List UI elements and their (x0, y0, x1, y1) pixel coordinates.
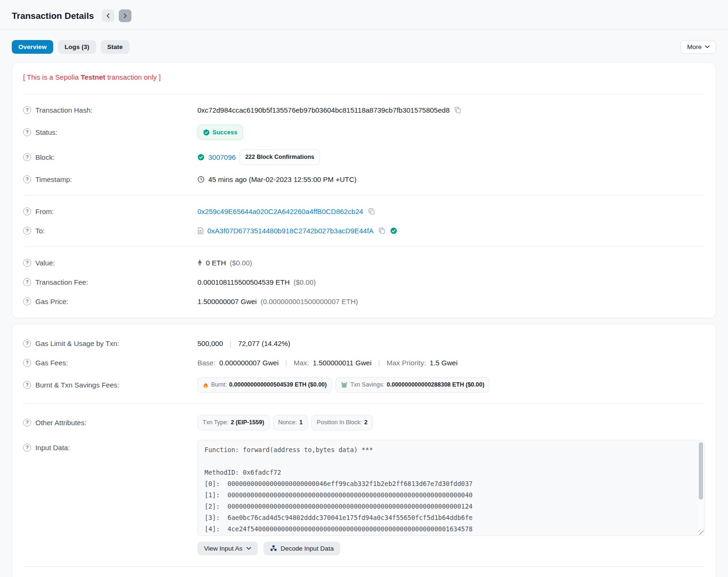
verified-check-icon (390, 227, 397, 234)
help-icon[interactable]: ? (23, 419, 31, 427)
row-transaction-fee: ? Transaction Fee: 0.000108115500504539 … (23, 272, 705, 292)
fire-icon (203, 382, 209, 388)
page-header: Transaction Details (0, 0, 728, 30)
help-icon[interactable]: ? (23, 381, 31, 389)
txn-savings-value: 0.000000000000288308 ETH ($0.00) (387, 380, 484, 390)
help-icon[interactable]: ? (23, 444, 31, 452)
decode-input-data-button[interactable]: Decode Input Data (263, 542, 341, 555)
txn-savings-label: Txn Savings: (350, 380, 384, 390)
help-icon[interactable]: ? (23, 259, 31, 267)
help-icon[interactable]: ? (23, 153, 31, 161)
decode-blocks-icon (270, 545, 277, 552)
block-number-link[interactable]: 3007096 (208, 152, 236, 162)
block-label: Block: (35, 152, 55, 162)
check-circle-icon (197, 154, 204, 161)
row-from: ? From: 0x259c49E65644a020C2A642260a4ffB… (23, 202, 705, 221)
status-label: Status: (35, 127, 57, 137)
row-gas-fees: ? Gas Fees: Base: 0.000000007 Gwei | Max… (23, 353, 705, 372)
tab-logs[interactable]: Logs (3) (58, 40, 96, 54)
max-priority-fee-label: Max Priority: (386, 358, 425, 368)
overview-card: [ This is a Sepolia Testnet transaction … (12, 62, 716, 318)
txn-type-value: 2 (EIP-1559) (231, 418, 264, 428)
transaction-fee-label: Transaction Fee: (35, 277, 88, 287)
divider (23, 195, 705, 196)
view-input-as-label: View Input As (204, 545, 243, 552)
gas-used-value: 72,077 (14.42%) (238, 338, 290, 348)
gas-price-amount: 1.500000007 Gwei (197, 297, 257, 306)
row-to: ? To: 0xA3f07D6773514480b918C2742b027b3a… (23, 221, 705, 240)
timestamp-label: Timestamp: (35, 174, 72, 184)
input-data-actions: View Input As Decode Input Data (197, 542, 705, 555)
status-badge: Success (197, 124, 243, 140)
scrollbar-track[interactable] (698, 441, 703, 530)
help-icon[interactable]: ? (23, 339, 31, 347)
position-value: 2 (364, 418, 368, 428)
position-in-block-badge: Position In Block: 2 (311, 415, 373, 430)
contract-file-icon (197, 227, 204, 234)
burnt-value: 0.000000000000504539 ETH ($0.00) (229, 380, 327, 390)
copy-from-address-button[interactable] (367, 208, 376, 215)
tab-list: Overview Logs (3) State (12, 40, 130, 54)
scrollbar-thumb[interactable] (699, 442, 703, 500)
help-icon[interactable]: ? (23, 175, 31, 183)
separator: | (376, 358, 383, 368)
row-transaction-hash: ? Transaction Hash: 0xc72d984ccac6190b5f… (23, 100, 705, 120)
view-input-as-button[interactable]: View Input As (197, 542, 258, 555)
max-fee-value: 1.500000011 Gwei (313, 358, 372, 368)
help-icon[interactable]: ? (23, 278, 31, 286)
row-gas-price: ? Gas Price: 1.500000007 Gwei (0.0000000… (23, 292, 705, 311)
row-gas-limit: ? Gas Limit & Usage by Txn: 500,000 | 72… (23, 334, 705, 353)
copy-icon (378, 227, 385, 234)
to-label: To: (35, 226, 45, 236)
input-data-textarea[interactable]: Function: forward(address to,bytes data)… (197, 440, 705, 536)
copy-hash-button[interactable] (453, 107, 462, 114)
status-value: Success (213, 127, 237, 137)
details-card: ? Gas Limit & Usage by Txn: 500,000 | 72… (12, 324, 716, 577)
next-transaction-button[interactable] (119, 9, 131, 22)
divider (23, 566, 705, 567)
gas-fees-label: Gas Fees: (35, 358, 68, 368)
from-label: From: (35, 206, 54, 216)
separator: | (227, 338, 234, 348)
help-icon[interactable]: ? (23, 297, 31, 305)
separator: | (282, 358, 290, 368)
help-icon[interactable]: ? (23, 128, 31, 136)
row-input-data: ? Input Data: Function: forward(address … (23, 435, 705, 560)
help-icon[interactable]: ? (23, 207, 31, 215)
burnt-savings-label: Burnt & Txn Savings Fees: (35, 380, 119, 390)
chevron-left-icon (106, 13, 111, 18)
help-icon[interactable]: ? (23, 359, 31, 367)
previous-transaction-button[interactable] (102, 9, 115, 22)
help-icon[interactable]: ? (23, 106, 31, 114)
row-status: ? Status: Success (23, 120, 705, 145)
txn-type-badge: Txn Type: 2 (EIP-1559) (197, 415, 270, 430)
tab-state[interactable]: State (101, 40, 130, 54)
to-address-link[interactable]: 0xA3f07D6773514480b918C2742b027b3acD9E44… (207, 226, 374, 236)
more-dropdown-button[interactable]: More (680, 40, 716, 54)
divider (23, 94, 705, 94)
burnt-fee-badge: Burnt: 0.000000000000504539 ETH ($0.00) (197, 377, 332, 393)
transaction-fee-amount: 0.000108115500504539 ETH (197, 277, 290, 287)
from-address-link[interactable]: 0x259c49E65644a020C2A642260a4ffB0CD862cb… (197, 206, 363, 216)
timestamp-value: 45 mins ago (Mar-02-2023 12:55:00 PM +UT… (208, 174, 357, 184)
clock-icon (197, 176, 204, 183)
nonce-label: Nonce: (278, 418, 297, 428)
burnt-label: Burnt: (211, 380, 227, 390)
tab-overview[interactable]: Overview (12, 40, 53, 54)
help-icon[interactable]: ? (23, 227, 31, 235)
position-label: Position In Block: (317, 418, 362, 428)
copy-icon (368, 208, 375, 215)
divider (23, 247, 705, 247)
max-fee-label: Max: (294, 358, 309, 368)
copy-icon (454, 107, 461, 114)
gas-price-eth: (0.000000001500000007 ETH) (261, 297, 358, 306)
copy-to-address-button[interactable] (377, 227, 386, 234)
gas-limit-label: Gas Limit & Usage by Txn: (35, 338, 119, 348)
chevron-right-icon (123, 13, 128, 18)
resize-grip[interactable] (698, 529, 703, 535)
transaction-hash-value: 0xc72d984ccac6190b5f135576eb97b03604bc81… (197, 105, 450, 115)
transaction-fee-usd: ($0.00) (294, 277, 316, 287)
money-with-wings-icon (341, 382, 348, 388)
testnet-notice: [ This is a Sepolia Testnet transaction … (23, 72, 705, 88)
nonce-badge: Nonce: 1 (273, 415, 308, 430)
